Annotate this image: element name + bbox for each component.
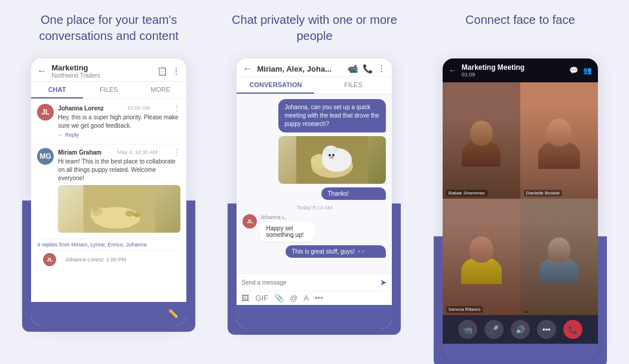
panel-conversation: Chat privately with one or more people ←… bbox=[219, 12, 410, 329]
svg-point-15 bbox=[329, 154, 331, 156]
attach-icon[interactable]: 📎 bbox=[274, 294, 284, 303]
gif-icon[interactable]: GIF bbox=[255, 294, 268, 303]
svg-point-5 bbox=[125, 211, 135, 217]
phone-frame-3: ← Marketing Meeting 01:09 💬 👥 bbox=[443, 58, 598, 362]
header-title: Marketing bbox=[51, 63, 157, 72]
compose-button[interactable]: ✏️ bbox=[164, 304, 182, 322]
back-button[interactable]: ← bbox=[37, 66, 47, 76]
sent-bubble-thanks: Thanks! bbox=[321, 187, 386, 200]
meeting-time: 01:09 bbox=[462, 72, 569, 78]
phone-bottom-bg bbox=[237, 305, 392, 329]
more-options-button[interactable]: ••• bbox=[537, 320, 556, 339]
more-icon-2[interactable]: ⋮ bbox=[378, 64, 386, 73]
person-label-danielle: Danielle Booker bbox=[524, 190, 562, 196]
speaker-button[interactable]: 🔊 bbox=[511, 320, 530, 339]
format-icon[interactable]: A bbox=[303, 294, 309, 303]
tab-files-2[interactable]: FILES bbox=[314, 77, 392, 94]
controls-bar: 📹 🎤 🔊 ••• 📞 bbox=[443, 315, 598, 344]
reply-button[interactable]: ← Reply bbox=[58, 132, 180, 138]
tab-files[interactable]: FILES bbox=[83, 82, 135, 98]
video-icon[interactable]: 📹 bbox=[348, 64, 358, 73]
next-msg-time: 1:00 PM bbox=[106, 257, 127, 263]
tab-conversation[interactable]: CONVERSATION bbox=[237, 77, 314, 94]
tab-more[interactable]: MORE bbox=[135, 82, 187, 98]
panel3-title: Connect face to face bbox=[465, 12, 575, 48]
chat-body: JL Johanna Lorenz 10:00 AM ⋮ Hey, this i… bbox=[31, 99, 186, 302]
avatar-next: JL bbox=[43, 253, 56, 266]
send-button[interactable]: ➤ bbox=[380, 277, 387, 287]
recv-bubble: Happy set something up! bbox=[260, 221, 314, 242]
next-msg-preview: JL Johanna Lorenz 1:00 PM bbox=[37, 250, 180, 269]
msg-time: May 4, 10:30 AM bbox=[117, 149, 158, 155]
end-call-button[interactable]: 📞 bbox=[563, 320, 582, 339]
send-box: ➤ bbox=[237, 273, 392, 291]
edit-icon[interactable]: 📋 bbox=[157, 66, 167, 76]
message-input[interactable] bbox=[241, 279, 376, 286]
chat-header: ← Marketing Northwind Traders 📋 ⋮ bbox=[31, 58, 186, 82]
dog-image bbox=[58, 185, 180, 233]
conv-header: ← Miriam, Alex, Joha... 📹 📞 ⋮ bbox=[237, 58, 392, 77]
msg-text: Hey, this is a super high priority. Plea… bbox=[58, 113, 180, 130]
message-row: MG Miriam Graham May 4, 10:30 AM ⋮ Hi te… bbox=[37, 148, 180, 233]
next-msg-text: Johanna Lorenz bbox=[65, 257, 104, 263]
panel2-title: Chat privately with one or more people bbox=[219, 12, 410, 48]
msg-options[interactable]: ⋮ bbox=[173, 148, 180, 156]
message-row: JL Johanna Lorenz 10:00 AM ⋮ Hey, this i… bbox=[37, 104, 180, 138]
conv-tab-bar: CONVERSATION FILES bbox=[237, 77, 392, 94]
msg-options[interactable]: ⋮ bbox=[173, 104, 180, 112]
person-label-serena: Serena Ribeiro bbox=[446, 306, 483, 313]
camera-button[interactable]: 📹 bbox=[458, 320, 477, 339]
back-button-2[interactable]: ← bbox=[243, 63, 252, 74]
call-icon[interactable]: 📞 bbox=[363, 64, 373, 73]
avatar-johanna: JL bbox=[37, 104, 54, 121]
header-subtitle: Northwind Traders bbox=[51, 72, 157, 79]
tab-chat[interactable]: CHAT bbox=[31, 82, 83, 98]
image-icon[interactable]: 🖼 bbox=[241, 294, 249, 303]
mic-button[interactable]: 🎤 bbox=[484, 320, 504, 339]
svg-point-16 bbox=[332, 154, 335, 156]
video-bottom-bg bbox=[443, 344, 598, 362]
conv-header-icons: 📹 📞 ⋮ bbox=[348, 64, 386, 73]
sent-bubble-1: Johanna, can you set up a quick meeting … bbox=[278, 99, 386, 132]
msg-time: 10:00 AM bbox=[127, 105, 150, 111]
panel1-title: One place for your team's conversations … bbox=[13, 12, 204, 48]
svg-point-6 bbox=[134, 212, 141, 217]
person-label-babak: Babak Shammas bbox=[446, 190, 487, 196]
svg-point-4 bbox=[93, 206, 99, 212]
person-label-4 bbox=[524, 311, 529, 313]
replies-row[interactable]: 4 replies from Miriam, Lynne, Enrico, Jo… bbox=[37, 239, 180, 250]
msg-bubble: Johanna Lorenz 10:00 AM ⋮ Hey, this is a… bbox=[58, 104, 180, 138]
tab-bar: CHAT FILES MORE bbox=[31, 82, 186, 99]
panel-video: Connect face to face ← Marketing Meeting… bbox=[425, 12, 616, 362]
video-header: ← Marketing Meeting 01:09 💬 👥 bbox=[443, 58, 598, 82]
recv-author: Johanna L. bbox=[260, 214, 338, 220]
more-icon[interactable]: ⋮ bbox=[172, 66, 180, 76]
avatar-johanna-conv: JL bbox=[243, 214, 257, 229]
people-icon[interactable]: 👥 bbox=[583, 66, 592, 75]
video-cell-danielle: Danielle Booker bbox=[520, 82, 598, 199]
video-cell-4 bbox=[520, 199, 598, 315]
msg-author: Johanna Lorenz bbox=[58, 105, 104, 112]
msg-bubble: Miriam Graham May 4, 10:30 AM ⋮ Hi team!… bbox=[58, 148, 180, 233]
header-icons: 📋 ⋮ bbox=[157, 66, 180, 76]
meeting-title: Marketing Meeting bbox=[462, 63, 569, 72]
toolbar-row: 🖼 GIF 📎 @ A ••• bbox=[237, 291, 392, 305]
msg-author: Miriam Graham bbox=[58, 149, 102, 156]
recv-row: JL Johanna L. Happy set something up! bbox=[243, 214, 386, 242]
svg-point-17 bbox=[329, 156, 334, 159]
video-cell-babak: Babak Shammas bbox=[443, 82, 520, 199]
video-cell-serena: Serena Ribeiro bbox=[443, 199, 520, 315]
time-divider: Today 8:14 AM bbox=[243, 205, 386, 211]
divider bbox=[37, 144, 180, 144]
main-container: One place for your team's conversations … bbox=[0, 0, 629, 364]
msg-text: Hi team! This is the best place to colla… bbox=[58, 158, 180, 183]
read-receipt-icon: ✓✓ bbox=[357, 249, 366, 254]
back-button-3[interactable]: ← bbox=[449, 66, 457, 75]
more-tools-icon[interactable]: ••• bbox=[315, 294, 323, 303]
phone-frame-1: ← Marketing Northwind Traders 📋 ⋮ CHAT F… bbox=[31, 58, 186, 326]
sent-bubble-last: This is great stuff, guys! ✓✓ bbox=[286, 245, 386, 258]
conv-header-title: Miriam, Alex, Joha... bbox=[257, 64, 348, 73]
video-controls: 💬 👥 bbox=[569, 66, 592, 75]
chat-icon[interactable]: 💬 bbox=[569, 66, 578, 75]
mention-icon[interactable]: @ bbox=[290, 294, 297, 303]
